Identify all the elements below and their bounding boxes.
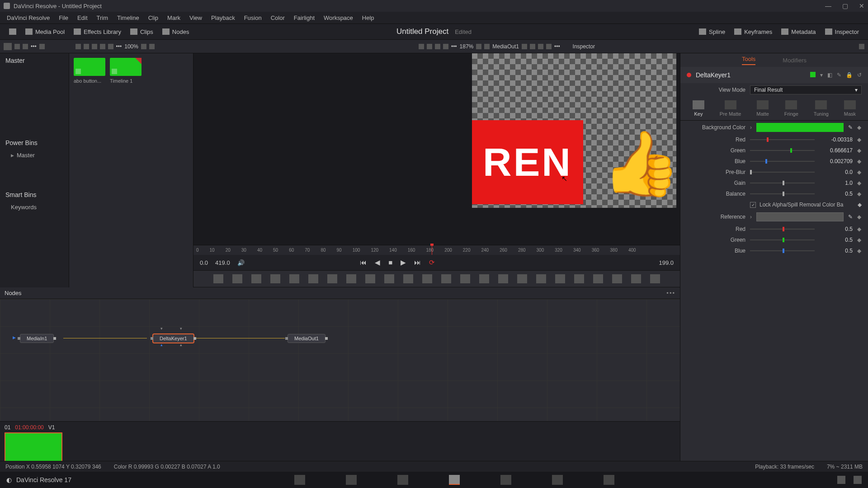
fusion-tool-12[interactable] — [441, 274, 451, 283]
fusion-tool-14[interactable] — [479, 274, 489, 283]
keyframe-icon[interactable]: ◆ — [857, 214, 862, 220]
menu-timeline[interactable]: Timeline — [113, 13, 143, 23]
node-name-label[interactable]: MediaOut1 — [492, 43, 519, 50]
view-grid-icon[interactable] — [75, 44, 81, 49]
ellipsis3[interactable]: ••• — [451, 43, 457, 50]
picker-icon[interactable]: ✎ — [848, 214, 853, 220]
page-color[interactable] — [500, 475, 511, 485]
vopt1-icon[interactable] — [419, 44, 424, 49]
tab-tools[interactable]: Tools — [742, 56, 755, 65]
enable-toggle[interactable] — [810, 72, 816, 77]
fusion-tool-9[interactable] — [384, 274, 394, 283]
inspector-cat-mask[interactable]: Mask — [844, 100, 856, 117]
vopt10-icon[interactable] — [546, 44, 552, 49]
fusion-tool-15[interactable] — [498, 274, 508, 283]
menu-fusion[interactable]: Fusion — [240, 13, 266, 23]
fusion-tool-6[interactable] — [327, 274, 337, 283]
master-bin[interactable]: Master — [0, 53, 69, 68]
fusion-tool-0[interactable] — [213, 274, 223, 283]
menu-trim[interactable]: Trim — [93, 13, 113, 23]
power-bins-header[interactable]: Power Bins — [0, 136, 69, 150]
view-list-icon[interactable] — [92, 44, 97, 49]
param-slider[interactable] — [750, 172, 815, 173]
toolbar-keyframes[interactable]: Keyframes — [730, 27, 777, 37]
vopt9-icon[interactable] — [538, 44, 543, 49]
param-slider[interactable] — [750, 239, 815, 240]
page-cut[interactable] — [346, 475, 357, 485]
page-deliver[interactable] — [604, 475, 614, 485]
fusion-tool-22[interactable] — [631, 274, 641, 283]
minimize-button[interactable]: — — [825, 2, 831, 9]
inspector-cat-tuning[interactable]: Tuning — [814, 100, 829, 117]
lock-checkbox[interactable]: ✓ — [750, 202, 756, 208]
time-ruler[interactable]: 0102030405060708090100120140160180200220… — [193, 245, 680, 255]
param-slider[interactable] — [750, 139, 815, 140]
page-edit[interactable] — [397, 475, 408, 485]
zoom-right[interactable]: 187% — [460, 43, 474, 50]
fusion-tool-10[interactable] — [403, 274, 413, 283]
node-mediaout[interactable]: MediaOut1 — [288, 334, 326, 343]
inspector-cat-matte[interactable]: Matte — [756, 100, 769, 117]
fusion-tool-8[interactable] — [365, 274, 375, 283]
viewer-a-icon[interactable] — [141, 44, 146, 49]
toolbar-spline[interactable]: Spline — [694, 27, 730, 37]
lock-icon[interactable]: 🔒 — [846, 72, 853, 78]
node-graph[interactable]: MediaIn1 ▾ ▾ DeltaKeyer1 ▴ ▴ MediaOut1 ▶ — [0, 299, 680, 421]
keyframe-icon[interactable]: ◆ — [857, 136, 862, 143]
vopt7-icon[interactable] — [522, 44, 527, 49]
param-value[interactable]: 0.5 — [819, 226, 853, 232]
stop-button[interactable]: ■ — [388, 258, 392, 267]
settings-icon[interactable] — [854, 476, 862, 484]
keyframe-icon[interactable]: ◆ — [857, 158, 862, 164]
menu-workspace[interactable]: Workspace — [320, 13, 357, 23]
disclosure-icon[interactable]: › — [750, 214, 752, 220]
fusion-tool-16[interactable] — [517, 274, 527, 283]
vopt6-icon[interactable] — [484, 44, 490, 49]
toolbar-clips[interactable]: Clips — [126, 27, 158, 37]
param-value[interactable]: 0.666617 — [819, 147, 853, 154]
ellipsis2[interactable]: ••• — [116, 43, 122, 50]
menu-file[interactable]: File — [55, 13, 72, 23]
inspector-menu-icon[interactable] — [859, 44, 864, 49]
page-fairlight[interactable] — [552, 475, 563, 485]
menu-clip[interactable]: Clip — [144, 13, 162, 23]
viewer-b-icon[interactable] — [149, 44, 155, 49]
version-icon[interactable]: ◧ — [827, 72, 832, 78]
zoom-left[interactable]: 100% — [124, 43, 138, 50]
media-clip[interactable]: Timeline 1 — [110, 58, 142, 84]
param-value[interactable]: 0.0 — [819, 169, 853, 175]
keyframe-icon[interactable]: ◆ — [857, 191, 862, 197]
step-back-button[interactable]: ◀ — [375, 258, 380, 267]
fusion-tool-18[interactable] — [555, 274, 565, 283]
fusion-tool-23[interactable] — [650, 274, 660, 283]
nav-back-icon[interactable] — [14, 44, 20, 49]
toolbar-nodes[interactable]: Nodes — [158, 27, 194, 37]
keyframe-icon[interactable]: ◆ — [857, 124, 862, 131]
ellipsis[interactable]: ••• — [31, 43, 37, 50]
bg-color-swatch[interactable] — [756, 123, 844, 132]
fusion-tool-13[interactable] — [460, 274, 470, 283]
menu-fairlight[interactable]: Fairlight — [290, 13, 319, 23]
fusion-tool-19[interactable] — [574, 274, 584, 283]
fusion-tool-2[interactable] — [251, 274, 261, 283]
vopt3-icon[interactable] — [435, 44, 440, 49]
search-icon[interactable] — [100, 44, 105, 49]
fusion-tool-21[interactable] — [612, 274, 622, 283]
keyframe-icon[interactable]: ◆ — [857, 226, 862, 232]
node-mediain[interactable]: MediaIn1 — [20, 334, 54, 343]
node-deltakeyer[interactable]: DeltaKeyer1 — [153, 334, 194, 343]
goto-end-button[interactable]: ⏭ — [414, 258, 421, 267]
loop-button[interactable]: ⟳ — [429, 258, 435, 267]
dropdown-icon[interactable] — [4, 43, 12, 50]
picker-icon[interactable]: ✎ — [848, 124, 853, 131]
param-slider[interactable] — [750, 150, 815, 151]
param-slider[interactable] — [750, 250, 815, 251]
keyframe-icon[interactable]: ◆ — [857, 237, 862, 243]
layout-button[interactable] — [5, 27, 21, 37]
playhead[interactable] — [432, 245, 432, 255]
menu-view[interactable]: View — [185, 13, 206, 23]
toolbar-media-pool[interactable]: Media Pool — [21, 27, 69, 37]
param-slider[interactable] — [750, 161, 815, 162]
menu-edit[interactable]: Edit — [73, 13, 91, 23]
keyframe-icon[interactable]: ◆ — [857, 147, 862, 154]
